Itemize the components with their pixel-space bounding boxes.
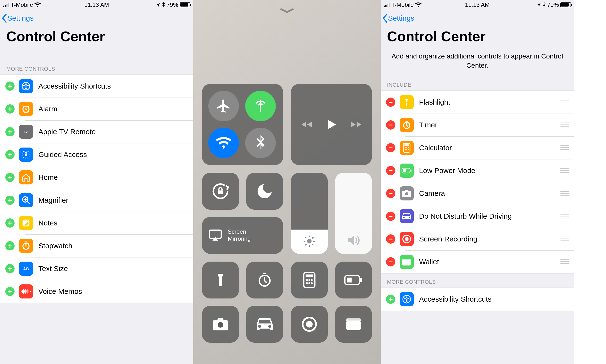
row-label: Alarm: [38, 105, 190, 113]
connectivity-tile[interactable]: [202, 84, 283, 165]
svg-point-15: [306, 279, 308, 281]
screen-mirroring-tile[interactable]: Screen Mirroring: [202, 217, 283, 254]
svg-rect-4: [25, 154, 27, 156]
list-item[interactable]: −Flashlight: [381, 91, 574, 114]
list-item[interactable]: −Timer: [381, 114, 574, 136]
play-icon[interactable]: [324, 117, 338, 131]
list-item[interactable]: −Calculator: [381, 136, 574, 159]
list-item[interactable]: +AAText Size: [0, 257, 193, 280]
list-item[interactable]: +Accessibility Shortcuts: [0, 75, 193, 98]
drag-handle-icon[interactable]: [560, 260, 571, 264]
svg-rect-27: [346, 321, 361, 330]
list-item[interactable]: +Notes: [0, 212, 193, 234]
wifi-toggle[interactable]: [208, 128, 239, 158]
list-item[interactable]: +Guided Access: [0, 143, 193, 166]
list-item[interactable]: +Home: [0, 166, 193, 189]
page-title: Control Center: [0, 27, 193, 51]
flashlight-tile[interactable]: [202, 262, 239, 299]
timer-tile[interactable]: [246, 262, 283, 299]
add-button[interactable]: +: [5, 104, 14, 114]
back-button[interactable]: Settings: [1, 13, 34, 23]
control-center-screenshot: Screen Mirroring: [193, 0, 381, 364]
back-button[interactable]: Settings: [382, 13, 414, 23]
row-label: Wallet: [419, 258, 560, 266]
camera-tile[interactable]: [202, 306, 239, 343]
forward-icon[interactable]: [351, 119, 362, 130]
add-button[interactable]: +: [5, 150, 14, 159]
drag-handle-icon[interactable]: [560, 237, 571, 241]
right-screenshot: T-Mobile 11:13 AM 79% Settings Control C…: [381, 0, 574, 364]
drag-handle-icon[interactable]: [560, 191, 571, 195]
svg-point-36: [406, 149, 408, 150]
remove-button[interactable]: −: [386, 120, 395, 130]
list-item[interactable]: −Camera: [381, 182, 574, 205]
list-item[interactable]: + tvApple TV Remote: [0, 120, 193, 143]
drag-handle-icon[interactable]: [560, 123, 571, 127]
volume-icon: [346, 233, 361, 248]
remove-button[interactable]: −: [386, 166, 395, 175]
do-not-disturb-tile[interactable]: [246, 173, 283, 210]
calculator-tile[interactable]: [291, 262, 328, 299]
add-button[interactable]: +: [386, 295, 395, 304]
include-header: INCLUDE: [381, 77, 574, 91]
row-label: Apple TV Remote: [38, 128, 190, 136]
list-item[interactable]: +Voice Memos: [0, 280, 193, 303]
status-bar: T-Mobile 11:13 AM 79%: [0, 0, 193, 10]
list-item[interactable]: +Stopwatch: [0, 234, 193, 257]
volume-slider[interactable]: [335, 173, 372, 254]
list-item[interactable]: +Alarm: [0, 98, 193, 120]
low-power-tile[interactable]: [335, 262, 372, 299]
media-tile[interactable]: [291, 84, 372, 165]
bluetooth-toggle[interactable]: [245, 128, 276, 158]
add-button[interactable]: +: [5, 81, 14, 91]
list-item[interactable]: −Low Power Mode: [381, 159, 574, 182]
add-button[interactable]: +: [5, 218, 14, 228]
list-item[interactable]: −Screen Recording: [381, 228, 574, 250]
list-item[interactable]: −Do Not Disturb While Driving: [381, 205, 574, 228]
airplane-mode-toggle[interactable]: [208, 91, 239, 121]
cellular-data-toggle[interactable]: [245, 91, 276, 121]
add-button[interactable]: +: [5, 173, 14, 182]
svg-point-26: [306, 321, 313, 328]
wallet-tile[interactable]: [335, 306, 372, 343]
rec-icon: [400, 232, 414, 246]
chevron-down-icon[interactable]: [280, 8, 294, 13]
wifi-icon: [35, 2, 41, 7]
svg-point-46: [406, 297, 408, 298]
add-button[interactable]: +: [5, 241, 14, 250]
remove-button[interactable]: −: [386, 143, 395, 152]
list-item[interactable]: −Wallet: [381, 250, 574, 273]
list-item[interactable]: +Accessibility Shortcuts: [381, 288, 574, 311]
brightness-slider[interactable]: [291, 173, 328, 254]
add-button[interactable]: +: [5, 264, 14, 273]
driving-tile[interactable]: [246, 306, 283, 343]
rewind-icon[interactable]: [301, 119, 312, 130]
add-button[interactable]: +: [5, 287, 14, 296]
back-label: Settings: [388, 14, 414, 22]
row-label: Notes: [38, 219, 190, 227]
battery-pct: 79%: [547, 1, 559, 8]
add-button[interactable]: +: [5, 195, 14, 205]
clock: 11:13 AM: [84, 1, 109, 8]
remove-button[interactable]: −: [386, 257, 395, 266]
list-item[interactable]: +Magnifier: [0, 189, 193, 212]
remove-button[interactable]: −: [386, 98, 395, 107]
add-button[interactable]: +: [5, 127, 14, 136]
carrier-label: T-Mobile: [391, 1, 414, 8]
row-label: Timer: [419, 121, 560, 129]
nav-bar: Settings: [381, 10, 574, 27]
drag-handle-icon[interactable]: [560, 145, 571, 150]
drag-handle-icon[interactable]: [560, 100, 571, 104]
more-controls-header: MORE CONTROLS: [0, 60, 193, 75]
drag-handle-icon[interactable]: [560, 214, 571, 218]
drag-handle-icon[interactable]: [560, 168, 571, 173]
orientation-lock-tile[interactable]: [202, 173, 239, 210]
flash-icon: [400, 95, 414, 109]
screen-record-tile[interactable]: [291, 306, 328, 343]
remove-button[interactable]: −: [386, 189, 395, 198]
remove-button[interactable]: −: [386, 234, 395, 244]
battery-pct: 79%: [167, 1, 178, 8]
remove-button[interactable]: −: [386, 212, 395, 221]
svg-point-11: [307, 239, 312, 244]
access-icon: [400, 292, 414, 306]
